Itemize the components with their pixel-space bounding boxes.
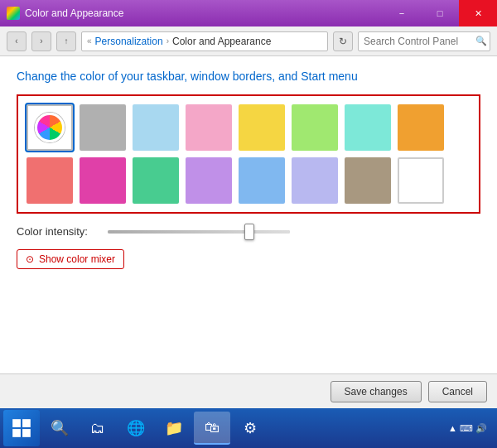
up-button[interactable]: ↑ xyxy=(56,31,76,51)
address-bar: ‹ › ↑ « Personalization › Color and Appe… xyxy=(0,26,497,56)
svg-rect-2 xyxy=(12,429,21,437)
svg-rect-3 xyxy=(22,429,31,437)
color-swatch-sky[interactable] xyxy=(133,104,179,151)
windows-logo-icon xyxy=(11,417,32,439)
svg-rect-0 xyxy=(12,419,21,427)
color-swatch-periwinkle[interactable] xyxy=(292,157,338,204)
color-row-2 xyxy=(27,157,470,204)
color-swatch-gray[interactable] xyxy=(80,104,126,151)
color-swatch-lavender[interactable] xyxy=(186,157,232,204)
tray-time: ▲ ⌨ 🔊 xyxy=(448,423,487,434)
color-swatch-yellow[interactable] xyxy=(239,104,285,151)
color-grid xyxy=(17,94,480,214)
color-swatch-warmgray[interactable] xyxy=(345,157,391,204)
taskbar-search[interactable]: 🔍 xyxy=(41,412,78,445)
maximize-button[interactable]: □ xyxy=(421,0,459,26)
slider-track xyxy=(108,230,290,234)
minimize-button[interactable]: − xyxy=(383,0,421,26)
window-icon xyxy=(7,7,20,20)
color-row-1 xyxy=(27,104,470,151)
breadcrumb-current: Color and Appearance xyxy=(172,36,271,47)
window-title: Color and Appearance xyxy=(25,7,123,19)
title-bar-left: Color and Appearance xyxy=(7,7,123,20)
taskbar-files[interactable]: 📁 xyxy=(156,412,192,445)
color-swatch-white[interactable] xyxy=(398,157,444,204)
color-swatch-magenta[interactable] xyxy=(80,157,126,204)
search-wrapper: 🔍 xyxy=(358,31,490,51)
back-button[interactable]: ‹ xyxy=(7,31,27,51)
breadcrumb-personalization[interactable]: Personalization xyxy=(95,36,163,47)
breadcrumb-root: « xyxy=(87,36,92,46)
main-content: Change the color of your taskbar, window… xyxy=(0,56,497,373)
color-mixer-label: Show color mixer xyxy=(39,253,115,265)
search-icon[interactable]: 🔍 xyxy=(475,36,487,46)
taskbar-explorer[interactable]: 🗂 xyxy=(80,412,116,445)
color-swatch-teal[interactable] xyxy=(345,104,391,151)
show-color-mixer-button[interactable]: ⊙ Show color mixer xyxy=(17,249,124,269)
color-swatch-cornflower[interactable] xyxy=(239,157,285,204)
breadcrumb: « Personalization › Color and Appearance xyxy=(81,31,328,51)
intensity-label: Color intensity: xyxy=(17,225,99,238)
breadcrumb-separator: › xyxy=(166,36,169,46)
intensity-row: Color intensity: xyxy=(17,225,480,238)
taskbar: 🔍 🗂 🌐 📁 🛍 ⚙ ▲ ⌨ 🔊 xyxy=(0,408,497,448)
color-swatch-mint[interactable] xyxy=(133,157,179,204)
cancel-button[interactable]: Cancel xyxy=(428,381,487,402)
save-changes-button[interactable]: Save changes xyxy=(331,381,422,402)
forward-button[interactable]: › xyxy=(31,31,51,51)
spacer xyxy=(17,281,480,360)
color-swatch-pink[interactable] xyxy=(186,104,232,151)
close-button[interactable]: ✕ xyxy=(459,0,497,26)
palette-icon xyxy=(35,113,65,142)
color-swatch-green[interactable] xyxy=(292,104,338,151)
taskbar-store[interactable]: 🛍 xyxy=(194,412,230,445)
color-swatch-salmon[interactable] xyxy=(27,157,73,204)
search-input[interactable] xyxy=(358,31,490,51)
window-controls: − □ ✕ xyxy=(383,0,497,26)
taskbar-settings[interactable]: ⚙ xyxy=(232,412,268,445)
title-bar: Color and Appearance − □ ✕ xyxy=(0,0,497,26)
intensity-slider[interactable] xyxy=(108,230,290,234)
refresh-button[interactable]: ↻ xyxy=(333,31,353,51)
taskbar-ie[interactable]: 🌐 xyxy=(118,412,154,445)
start-button[interactable] xyxy=(3,410,40,446)
page-heading: Change the color of your taskbar, window… xyxy=(17,70,480,83)
footer-actions: Save changes Cancel xyxy=(0,373,497,408)
taskbar-tray: ▲ ⌨ 🔊 xyxy=(442,423,494,434)
color-swatch-palette[interactable] xyxy=(27,104,73,151)
color-swatch-orange[interactable] xyxy=(398,104,444,151)
color-mixer-chevron-icon: ⊙ xyxy=(26,253,34,265)
svg-rect-1 xyxy=(22,419,31,427)
slider-thumb[interactable] xyxy=(244,224,254,240)
